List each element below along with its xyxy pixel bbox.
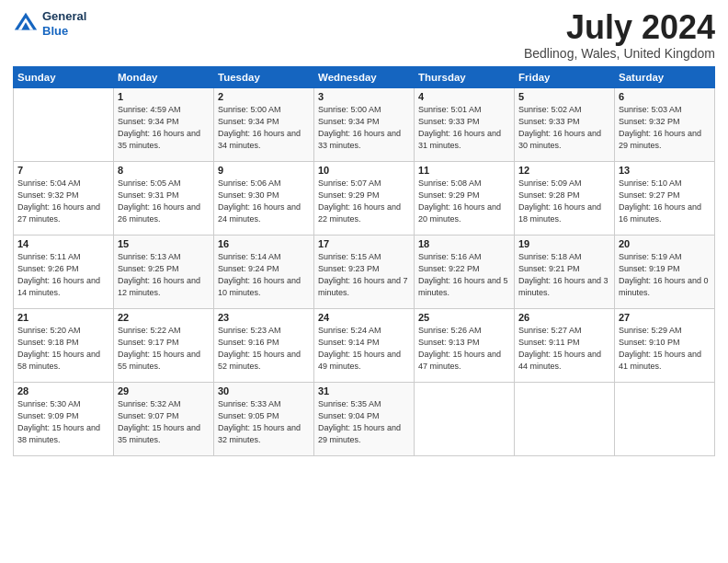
day-cell: 26Sunrise: 5:27 AMSunset: 9:11 PMDayligh…: [515, 308, 615, 382]
day-info: Sunrise: 5:05 AMSunset: 9:31 PMDaylight:…: [118, 178, 210, 225]
day-number: 20: [619, 238, 711, 249]
day-info: Sunrise: 5:08 AMSunset: 9:29 PMDaylight:…: [418, 178, 510, 225]
day-number: 13: [619, 165, 711, 176]
day-info: Sunrise: 5:20 AMSunset: 9:18 PMDaylight:…: [17, 325, 109, 373]
week-row-2: 7Sunrise: 5:04 AMSunset: 9:32 PMDaylight…: [14, 161, 715, 235]
day-info: Sunrise: 4:59 AMSunset: 9:34 PMDaylight:…: [118, 104, 210, 152]
day-cell: 1Sunrise: 4:59 AMSunset: 9:34 PMDaylight…: [114, 87, 214, 161]
day-cell: 17Sunrise: 5:15 AMSunset: 9:23 PMDayligh…: [314, 235, 415, 308]
day-number: 14: [17, 238, 109, 249]
week-row-1: 1Sunrise: 4:59 AMSunset: 9:34 PMDaylight…: [14, 87, 715, 161]
day-cell: 20Sunrise: 5:19 AMSunset: 9:19 PMDayligh…: [615, 235, 715, 308]
day-cell: [615, 382, 715, 455]
calendar-header-row: SundayMondayTuesdayWednesdayThursdayFrid…: [14, 66, 715, 87]
day-info: Sunrise: 5:01 AMSunset: 9:33 PMDaylight:…: [418, 104, 510, 152]
day-info: Sunrise: 5:30 AMSunset: 9:09 PMDaylight:…: [17, 398, 109, 446]
col-header-thursday: Thursday: [415, 66, 515, 87]
day-info: Sunrise: 5:35 AMSunset: 9:04 PMDaylight:…: [318, 398, 410, 446]
day-number: 24: [318, 312, 410, 323]
day-number: 7: [17, 165, 109, 176]
day-info: Sunrise: 5:33 AMSunset: 9:05 PMDaylight:…: [218, 398, 310, 446]
day-number: 27: [619, 312, 711, 323]
day-number: 3: [318, 91, 410, 102]
day-info: Sunrise: 5:00 AMSunset: 9:34 PMDaylight:…: [218, 104, 310, 152]
day-info: Sunrise: 5:19 AMSunset: 9:19 PMDaylight:…: [619, 251, 711, 299]
calendar-body: 1Sunrise: 4:59 AMSunset: 9:34 PMDaylight…: [14, 87, 715, 455]
day-info: Sunrise: 5:27 AMSunset: 9:11 PMDaylight:…: [518, 325, 610, 373]
day-number: 10: [318, 165, 410, 176]
day-info: Sunrise: 5:10 AMSunset: 9:27 PMDaylight:…: [619, 178, 711, 225]
col-header-wednesday: Wednesday: [314, 66, 415, 87]
day-cell: 12Sunrise: 5:09 AMSunset: 9:28 PMDayligh…: [515, 161, 615, 235]
day-number: 15: [118, 238, 210, 249]
day-cell: 9Sunrise: 5:06 AMSunset: 9:30 PMDaylight…: [214, 161, 314, 235]
day-number: 31: [318, 385, 410, 396]
day-number: 21: [17, 312, 109, 323]
day-cell: 6Sunrise: 5:03 AMSunset: 9:32 PMDaylight…: [615, 87, 715, 161]
day-number: 28: [17, 385, 109, 396]
day-info: Sunrise: 5:18 AMSunset: 9:21 PMDaylight:…: [518, 251, 610, 299]
day-info: Sunrise: 5:16 AMSunset: 9:22 PMDaylight:…: [418, 251, 510, 299]
logo-icon: [13, 11, 39, 37]
day-number: 4: [418, 91, 510, 102]
day-cell: 27Sunrise: 5:29 AMSunset: 9:10 PMDayligh…: [615, 308, 715, 382]
day-cell: 13Sunrise: 5:10 AMSunset: 9:27 PMDayligh…: [615, 161, 715, 235]
day-number: 30: [218, 385, 310, 396]
day-cell: 2Sunrise: 5:00 AMSunset: 9:34 PMDaylight…: [214, 87, 314, 161]
header-row: General Blue July 2024 Bedlinog, Wales, …: [13, 9, 715, 61]
day-info: Sunrise: 5:26 AMSunset: 9:13 PMDaylight:…: [418, 325, 510, 373]
col-header-tuesday: Tuesday: [214, 66, 314, 87]
day-cell: 23Sunrise: 5:23 AMSunset: 9:16 PMDayligh…: [214, 308, 314, 382]
day-cell: 18Sunrise: 5:16 AMSunset: 9:22 PMDayligh…: [415, 235, 515, 308]
col-header-monday: Monday: [114, 66, 214, 87]
day-info: Sunrise: 5:24 AMSunset: 9:14 PMDaylight:…: [318, 325, 410, 373]
day-info: Sunrise: 5:32 AMSunset: 9:07 PMDaylight:…: [118, 398, 210, 446]
day-number: 26: [518, 312, 610, 323]
day-cell: 14Sunrise: 5:11 AMSunset: 9:26 PMDayligh…: [14, 235, 114, 308]
day-cell: 19Sunrise: 5:18 AMSunset: 9:21 PMDayligh…: [515, 235, 615, 308]
day-cell: 5Sunrise: 5:02 AMSunset: 9:33 PMDaylight…: [515, 87, 615, 161]
day-cell: 31Sunrise: 5:35 AMSunset: 9:04 PMDayligh…: [314, 382, 415, 455]
month-title: July 2024: [524, 9, 715, 46]
week-row-3: 14Sunrise: 5:11 AMSunset: 9:26 PMDayligh…: [14, 235, 715, 308]
day-number: 22: [118, 312, 210, 323]
day-info: Sunrise: 5:00 AMSunset: 9:34 PMDaylight:…: [318, 104, 410, 152]
day-info: Sunrise: 5:11 AMSunset: 9:26 PMDaylight:…: [17, 251, 109, 299]
day-cell: 28Sunrise: 5:30 AMSunset: 9:09 PMDayligh…: [14, 382, 114, 455]
day-number: 19: [518, 238, 610, 249]
day-info: Sunrise: 5:23 AMSunset: 9:16 PMDaylight:…: [218, 325, 310, 373]
day-cell: [14, 87, 114, 161]
day-info: Sunrise: 5:13 AMSunset: 9:25 PMDaylight:…: [118, 251, 210, 299]
day-cell: 7Sunrise: 5:04 AMSunset: 9:32 PMDaylight…: [14, 161, 114, 235]
day-info: Sunrise: 5:07 AMSunset: 9:29 PMDaylight:…: [318, 178, 410, 225]
day-cell: 24Sunrise: 5:24 AMSunset: 9:14 PMDayligh…: [314, 308, 415, 382]
day-cell: 30Sunrise: 5:33 AMSunset: 9:05 PMDayligh…: [214, 382, 314, 455]
logo: General Blue: [13, 9, 86, 38]
day-info: Sunrise: 5:04 AMSunset: 9:32 PMDaylight:…: [17, 178, 109, 225]
day-cell: 11Sunrise: 5:08 AMSunset: 9:29 PMDayligh…: [415, 161, 515, 235]
day-cell: [415, 382, 515, 455]
day-number: 17: [318, 238, 410, 249]
day-number: 12: [518, 165, 610, 176]
day-number: 8: [118, 165, 210, 176]
day-number: 23: [218, 312, 310, 323]
day-number: 16: [218, 238, 310, 249]
day-cell: 10Sunrise: 5:07 AMSunset: 9:29 PMDayligh…: [314, 161, 415, 235]
day-cell: 3Sunrise: 5:00 AMSunset: 9:34 PMDaylight…: [314, 87, 415, 161]
col-header-saturday: Saturday: [615, 66, 715, 87]
day-cell: [515, 382, 615, 455]
day-number: 1: [118, 91, 210, 102]
day-number: 18: [418, 238, 510, 249]
day-number: 5: [518, 91, 610, 102]
day-info: Sunrise: 5:06 AMSunset: 9:30 PMDaylight:…: [218, 178, 310, 225]
calendar-table: SundayMondayTuesdayWednesdayThursdayFrid…: [13, 66, 715, 456]
title-block: July 2024 Bedlinog, Wales, United Kingdo…: [524, 9, 715, 61]
day-info: Sunrise: 5:22 AMSunset: 9:17 PMDaylight:…: [118, 325, 210, 373]
day-cell: 8Sunrise: 5:05 AMSunset: 9:31 PMDaylight…: [114, 161, 214, 235]
day-number: 11: [418, 165, 510, 176]
day-info: Sunrise: 5:14 AMSunset: 9:24 PMDaylight:…: [218, 251, 310, 299]
day-number: 6: [619, 91, 711, 102]
day-number: 9: [218, 165, 310, 176]
day-cell: 22Sunrise: 5:22 AMSunset: 9:17 PMDayligh…: [114, 308, 214, 382]
day-cell: 4Sunrise: 5:01 AMSunset: 9:33 PMDaylight…: [415, 87, 515, 161]
